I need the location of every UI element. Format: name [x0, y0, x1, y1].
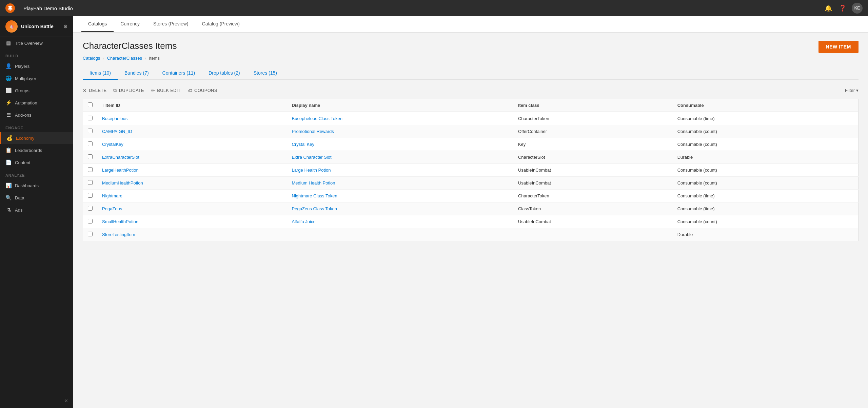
sidebar-item-leaderboards[interactable]: 📋 Leaderboards	[0, 144, 73, 156]
tab-catalogs[interactable]: Catalogs	[81, 16, 114, 32]
content-icon: 📄	[5, 159, 12, 166]
row-item-id: CrystalKey	[97, 138, 287, 151]
collapse-sidebar-button[interactable]: «	[0, 393, 73, 408]
item-id-link[interactable]: StoreTestingItem	[102, 232, 135, 237]
row-display-name: Large Health Potion	[287, 164, 513, 177]
topbar-logo	[5, 3, 15, 13]
bulk-edit-icon: ✏	[151, 88, 155, 93]
row-consumable: Consumable (count)	[673, 138, 859, 151]
table-header-display-name: Display name	[287, 99, 513, 112]
coupons-button[interactable]: 🏷 COUPONS	[188, 88, 217, 93]
row-checkbox[interactable]	[88, 141, 93, 146]
row-item-id: PegaZeus	[97, 202, 287, 215]
breadcrumb: Catalogs › CharacterClasses › Items	[83, 56, 859, 61]
bulk-edit-button[interactable]: ✏ BULK EDIT	[151, 88, 181, 93]
filter-button[interactable]: Filter ▾	[845, 88, 859, 93]
row-consumable: Consumable (count)	[673, 215, 859, 228]
display-name-link[interactable]: PegaZeus Class Token	[292, 206, 337, 211]
sidebar-item-addons[interactable]: ☰ Add-ons	[0, 109, 73, 121]
sidebar-item-automation[interactable]: ⚡ Automation	[0, 97, 73, 109]
notification-icon[interactable]: 🔔	[823, 3, 833, 13]
table-row: Nightmare Nightmare Class Token Characte…	[83, 190, 859, 202]
delete-button[interactable]: ✕ DELETE	[83, 88, 106, 93]
row-checkbox-cell	[83, 228, 98, 241]
display-name-link[interactable]: Alfalfa Juice	[292, 219, 316, 224]
row-display-name: Nightmare Class Token	[287, 190, 513, 202]
sidebar-item-title-overview[interactable]: ▦ Title Overview	[0, 37, 73, 49]
coupons-icon: 🏷	[188, 88, 192, 93]
item-id-link[interactable]: LargeHealthPotion	[102, 168, 139, 173]
row-item-id: Nightmare	[97, 190, 287, 202]
user-avatar[interactable]: KE	[852, 3, 863, 14]
display-name-link[interactable]: Promotional Rewards	[292, 129, 334, 134]
sub-tab-bundles[interactable]: Bundles (7)	[118, 67, 156, 80]
sidebar: 🦄 Unicorn Battle ⚙ ▦ Title Overview BUIL…	[0, 16, 73, 408]
display-name-link[interactable]: Medium Health Potion	[292, 180, 335, 186]
table-header-checkbox	[83, 99, 98, 112]
row-checkbox[interactable]	[88, 180, 93, 185]
row-item-class	[513, 228, 673, 241]
sub-tab-drop-tables[interactable]: Drop tables (2)	[202, 67, 247, 80]
sidebar-item-ads[interactable]: ⚗ Ads	[0, 204, 73, 216]
item-id-link[interactable]: CrystalKey	[102, 142, 123, 147]
row-item-class: UsableInCombat	[513, 177, 673, 190]
sub-tab-items[interactable]: Items (10)	[83, 67, 118, 80]
row-checkbox[interactable]	[88, 167, 93, 172]
sub-tab-containers[interactable]: Containers (11)	[156, 67, 202, 80]
players-icon: 👤	[5, 63, 12, 69]
row-checkbox-cell	[83, 164, 98, 177]
display-name-link[interactable]: Extra Character Slot	[292, 155, 332, 160]
sidebar-item-label: Multiplayer	[15, 76, 36, 81]
row-consumable: Consumable (time)	[673, 202, 859, 215]
sidebar-item-players[interactable]: 👤 Players	[0, 60, 73, 72]
sidebar-item-content[interactable]: 📄 Content	[0, 156, 73, 169]
item-id-link[interactable]: Bucephelous	[102, 116, 127, 121]
sub-tab-stores[interactable]: Stores (15)	[247, 67, 284, 80]
sidebar-item-label: Groups	[15, 88, 29, 93]
row-checkbox[interactable]	[88, 206, 93, 211]
row-checkbox[interactable]	[88, 129, 93, 133]
page-title: CharacterClasses Items	[83, 41, 177, 51]
sidebar-item-groups[interactable]: ⬜ Groups	[0, 84, 73, 97]
row-checkbox[interactable]	[88, 116, 93, 120]
item-id-link[interactable]: SmallHealthPotion	[102, 219, 138, 224]
row-consumable: Consumable (count)	[673, 125, 859, 138]
new-item-button[interactable]: NEW ITEM	[818, 41, 859, 53]
display-name-link[interactable]: Bucephelous Class Token	[292, 116, 342, 121]
breadcrumb-characterclasses[interactable]: CharacterClasses	[107, 56, 142, 61]
select-all-checkbox[interactable]	[88, 102, 93, 107]
item-id-link[interactable]: ExtraCharacterSlot	[102, 155, 139, 160]
sidebar-item-multiplayer[interactable]: 🌐 Multiplayer	[0, 72, 73, 84]
sort-arrow-icon[interactable]: ↑	[102, 103, 104, 108]
row-checkbox-cell	[83, 125, 98, 138]
settings-icon[interactable]: ⚙	[63, 24, 68, 29]
sidebar-item-label: Title Overview	[15, 41, 43, 46]
row-checkbox[interactable]	[88, 219, 93, 224]
display-name-link[interactable]: Large Health Potion	[292, 168, 331, 173]
tab-catalog-preview[interactable]: Catalog (Preview)	[195, 16, 246, 32]
breadcrumb-catalogs[interactable]: Catalogs	[83, 56, 100, 61]
sidebar-item-label: Add-ons	[15, 113, 31, 118]
item-id-link[interactable]: MediumHealthPotion	[102, 180, 143, 186]
row-item-class: UsableInCombat	[513, 164, 673, 177]
item-id-link[interactable]: PegaZeus	[102, 206, 122, 211]
row-checkbox-cell	[83, 112, 98, 125]
sidebar-item-label: Economy	[16, 136, 34, 141]
row-checkbox-cell	[83, 151, 98, 164]
row-checkbox[interactable]	[88, 232, 93, 236]
row-checkbox[interactable]	[88, 154, 93, 159]
item-id-link[interactable]: Nightmare	[102, 193, 122, 198]
sidebar-item-dashboards[interactable]: 📊 Dashboards	[0, 179, 73, 192]
row-checkbox[interactable]	[88, 193, 93, 198]
duplicate-button[interactable]: ⧉ DUPLICATE	[113, 88, 144, 93]
item-id-link[interactable]: CAMPAIGN_ID	[102, 129, 132, 134]
tab-stores-preview[interactable]: Stores (Preview)	[146, 16, 195, 32]
sidebar-item-label: Content	[15, 160, 31, 165]
sidebar-item-economy[interactable]: 💰 Economy	[0, 132, 73, 144]
row-checkbox-cell	[83, 177, 98, 190]
help-icon[interactable]: ❓	[837, 3, 848, 13]
display-name-link[interactable]: Crystal Key	[292, 142, 314, 147]
tab-currency[interactable]: Currency	[114, 16, 146, 32]
display-name-link[interactable]: Nightmare Class Token	[292, 193, 337, 198]
sidebar-item-data[interactable]: 🔍 Data	[0, 192, 73, 204]
